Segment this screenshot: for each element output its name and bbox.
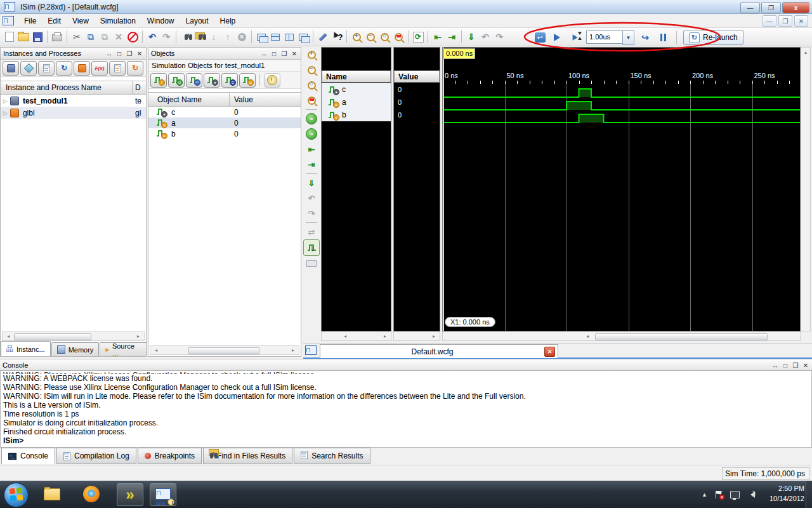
wave-signal-row-b[interactable]: u b: [322, 109, 391, 121]
wave-signal-row-c[interactable]: ● c: [322, 83, 391, 96]
maximize-panel-icon[interactable]: □: [782, 362, 789, 369]
objects-hscrollbar[interactable]: ◂ ▸: [150, 345, 299, 355]
next-marker-button[interactable]: ↷: [304, 206, 319, 221]
run-time-dropdown[interactable]: ▼: [622, 30, 634, 45]
dock-arrows-icon[interactable]: ↔: [771, 362, 779, 369]
scroll-up-arrow[interactable]: ▴: [801, 48, 810, 55]
prev-transition-button[interactable]: ⇤: [304, 142, 319, 157]
dock-arrows-icon[interactable]: ↔: [260, 50, 268, 57]
taskbar-firefox-button[interactable]: [79, 483, 104, 505]
menu-view[interactable]: View: [67, 15, 94, 27]
new-file-button[interactable]: [3, 30, 16, 44]
add-marker-button[interactable]: ⇓: [464, 30, 478, 44]
next-transition-button[interactable]: ⇥: [304, 157, 319, 172]
filter-outputs-button[interactable]: O: [168, 73, 185, 88]
value-hscrollbar[interactable]: ◂▸: [393, 331, 440, 341]
wave-zoom-out-button[interactable]: −: [304, 62, 319, 77]
refresh-orange-button[interactable]: ↻: [127, 61, 143, 76]
next-transition-button[interactable]: ⇥: [445, 30, 459, 44]
prev-marker-button[interactable]: ↶: [304, 190, 319, 206]
mdi-close-button[interactable]: ✕: [794, 15, 808, 27]
print-button[interactable]: [50, 30, 64, 44]
cancel-button[interactable]: ✕: [235, 30, 249, 44]
start-button[interactable]: [4, 483, 29, 507]
show-desktop-button[interactable]: [806, 481, 812, 508]
save-button[interactable]: [30, 30, 44, 44]
mdi-minimize-button[interactable]: —: [763, 15, 776, 27]
wave-zoom-in-button[interactable]: +: [304, 47, 319, 62]
find-previous-button[interactable]: ↑: [221, 30, 235, 44]
swap-cursors-button[interactable]: ⇄: [304, 224, 319, 239]
preferences-button[interactable]: [316, 30, 330, 44]
wave-plot-area[interactable]: 0 ns50 ns100 ns150 ns200 ns250 ns 0.000 …: [442, 47, 801, 331]
show-processes-button[interactable]: [38, 61, 55, 76]
zoom-out-button[interactable]: −: [363, 30, 377, 44]
wave-hscrollbar[interactable]: ◂: [442, 331, 801, 341]
goto-time-zero-button[interactable]: «: [304, 111, 319, 126]
expand-caret-icon[interactable]: ▷: [3, 98, 8, 104]
zoom-in-button[interactable]: +: [350, 30, 363, 44]
menu-edit[interactable]: Edit: [43, 15, 66, 27]
tab-default-wcfg[interactable]: Default.wcfg ✕: [320, 344, 558, 358]
tab-search-results[interactable]: Search Results: [294, 448, 370, 464]
scroll-thumb[interactable]: [595, 333, 768, 340]
find-button[interactable]: [179, 30, 193, 44]
wave-zoom-cursor-button[interactable]: [304, 93, 319, 108]
minimize-button[interactable]: —: [740, 2, 760, 13]
zoom-to-cursor-button[interactable]: [391, 30, 405, 44]
tab-find-in-files-results[interactable]: Find in Files Results: [203, 448, 292, 464]
float-window-button[interactable]: [296, 30, 310, 44]
maximize-panel-icon[interactable]: □: [270, 50, 278, 57]
find-in-files-button[interactable]: [193, 30, 207, 44]
run-for-time-button[interactable]: [568, 30, 582, 44]
wave-vscrollbar[interactable]: ▴: [801, 47, 811, 331]
wave-value-header[interactable]: Value: [394, 70, 440, 83]
redo-button[interactable]: ↷: [159, 30, 173, 44]
filter-inputs-button[interactable]: I: [150, 73, 167, 88]
instances-column-header[interactable]: Instance and Process Name D: [1, 81, 146, 95]
filter-internal-button[interactable]: ●: [204, 73, 220, 88]
prev-marker-button[interactable]: ↶: [478, 30, 492, 44]
next-marker-button[interactable]: ↷: [492, 30, 506, 44]
undo-button[interactable]: ↶: [145, 30, 159, 44]
menu-file[interactable]: File: [19, 15, 41, 27]
taskbar-clock[interactable]: 2:50 PM 10/14/2012: [769, 483, 804, 504]
show-functions-button[interactable]: F(x): [91, 61, 108, 76]
open-button[interactable]: [16, 30, 30, 44]
toggle-breakpoint-button[interactable]: [126, 30, 140, 44]
tile-horizontal-button[interactable]: [268, 30, 282, 44]
paste-button[interactable]: ⧉: [98, 30, 112, 44]
menu-layout[interactable]: Layout: [181, 15, 214, 27]
virtual-clock-button[interactable]: [264, 73, 280, 88]
taskbar-ise-button[interactable]: »: [117, 483, 143, 506]
taskbar-explorer-button[interactable]: [39, 483, 65, 505]
float-panel-icon[interactable]: ❐: [792, 362, 799, 369]
float-panel-icon[interactable]: ❐: [126, 50, 133, 57]
filter-inouts-button[interactable]: I/O: [186, 73, 202, 88]
tab-console[interactable]: ›_ Console: [1, 448, 55, 464]
mdi-restore-button[interactable]: ❐: [778, 15, 792, 27]
step-button[interactable]: ↪: [638, 30, 652, 44]
wave-signal-row-a[interactable]: u a: [322, 96, 391, 109]
copy-button[interactable]: ⧉: [84, 30, 98, 44]
prev-transition-button[interactable]: ⇤: [431, 30, 445, 44]
find-next-button[interactable]: ↓: [207, 30, 221, 44]
restore-button[interactable]: ❐: [761, 2, 781, 13]
measure-button[interactable]: [304, 256, 319, 271]
filter-variables-button[interactable]: u: [239, 73, 256, 88]
waveform-canvas[interactable]: 0 ns50 ns100 ns150 ns200 ns250 ns: [443, 48, 800, 331]
pause-button[interactable]: [656, 30, 670, 44]
wave-name-header[interactable]: Name: [322, 70, 391, 83]
run-time-input[interactable]: 1.00us: [586, 30, 623, 44]
whats-this-button[interactable]: ?: [330, 30, 344, 44]
close-panel-icon[interactable]: ✕: [136, 50, 143, 57]
marker-x1-badge[interactable]: X1: 0.000 ns: [445, 317, 495, 327]
console-output[interactable]: WARNING: Please use Xilinx License Confi…: [0, 370, 812, 448]
name-hscrollbar[interactable]: ◂▸: [321, 331, 391, 341]
menu-simulation[interactable]: Simulation: [95, 15, 141, 27]
show-instances-button[interactable]: [3, 61, 19, 76]
tab-source[interactable]: ▸ Source ...: [100, 342, 147, 356]
show-components-button[interactable]: [20, 61, 37, 76]
cascade-windows-button[interactable]: [254, 30, 268, 44]
scroll-thumb[interactable]: [188, 347, 259, 354]
